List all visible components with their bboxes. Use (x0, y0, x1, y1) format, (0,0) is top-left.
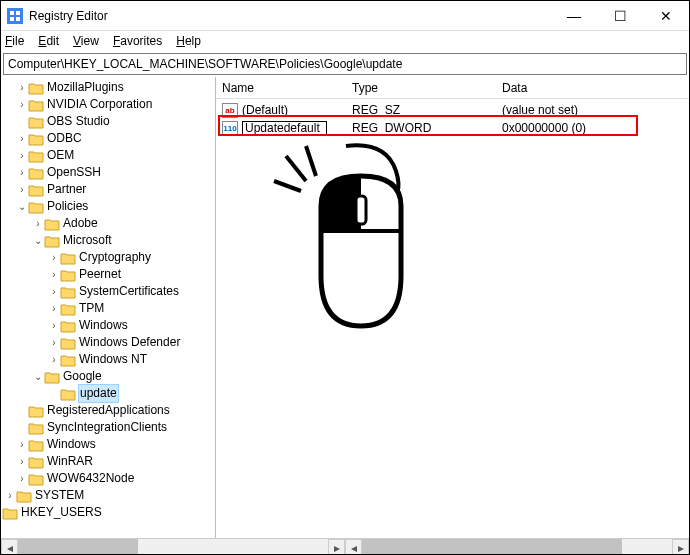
tree-item[interactable]: SyncIntegrationClients (47, 419, 167, 436)
tree-item[interactable]: Microsoft (63, 232, 112, 249)
scroll-left-icon[interactable]: ◂ (345, 539, 362, 555)
folder-icon (28, 183, 44, 197)
folder-icon (16, 489, 32, 503)
folder-icon (2, 506, 18, 520)
folder-icon (28, 200, 44, 214)
tree-item[interactable]: HKEY_USERS (21, 504, 102, 521)
folder-icon (60, 302, 76, 316)
folder-icon (60, 268, 76, 282)
svg-rect-3 (16, 17, 20, 21)
scroll-thumb[interactable] (18, 539, 138, 555)
scroll-thumb[interactable] (362, 539, 622, 555)
folder-icon (28, 81, 44, 95)
value-type: REG_SZ (352, 103, 502, 117)
menu-favorites[interactable]: Favorites (113, 34, 162, 48)
menu-edit[interactable]: Edit (38, 34, 59, 48)
menu-view[interactable]: View (73, 34, 99, 48)
maximize-button[interactable]: ☐ (597, 1, 643, 30)
value-row[interactable]: ab (Default) REG_SZ (value not set) (216, 101, 689, 119)
tree-item[interactable]: ODBC (47, 130, 82, 147)
value-name: (Default) (242, 103, 352, 117)
scroll-right-icon[interactable]: ▸ (328, 539, 345, 555)
menu-file[interactable]: File (5, 34, 24, 48)
folder-icon (44, 217, 60, 231)
folder-icon (60, 353, 76, 367)
horizontal-scrollbar[interactable]: ◂ ▸ ◂ ▸ (1, 538, 689, 555)
tree-item[interactable]: SystemCertificates (79, 283, 179, 300)
minimize-button[interactable]: — (551, 1, 597, 30)
folder-icon (60, 336, 76, 350)
svg-rect-1 (16, 11, 20, 15)
address-text: Computer\HKEY_LOCAL_MACHINE\SOFTWARE\Pol… (8, 57, 402, 71)
folder-icon (28, 455, 44, 469)
folder-icon (60, 387, 76, 401)
string-value-icon: ab (222, 103, 238, 118)
tree-item[interactable]: Windows (79, 317, 128, 334)
tree-item[interactable]: Policies (47, 198, 88, 215)
folder-icon (28, 149, 44, 163)
tree-item[interactable]: Windows (47, 436, 96, 453)
folder-icon (28, 132, 44, 146)
svg-rect-2 (10, 17, 14, 21)
folder-icon (28, 438, 44, 452)
tree-item[interactable]: WOW6432Node (47, 470, 134, 487)
tree-item[interactable]: Google (63, 368, 102, 385)
svg-rect-0 (10, 11, 14, 15)
folder-icon (28, 115, 44, 129)
tree-item[interactable]: Peernet (79, 266, 121, 283)
tree-item[interactable]: NVIDIA Corporation (47, 96, 152, 113)
value-type: REG_DWORD (352, 121, 502, 135)
tree-item[interactable]: Partner (47, 181, 86, 198)
value-data: 0x00000000 (0) (502, 121, 689, 135)
tree-item[interactable]: RegisteredApplications (47, 402, 170, 419)
window-title: Registry Editor (29, 9, 551, 23)
registry-tree[interactable]: ›MozillaPlugins ›NVIDIA Corporation OBS … (1, 77, 216, 538)
tree-item[interactable]: TPM (79, 300, 104, 317)
tree-item[interactable]: WinRAR (47, 453, 93, 470)
folder-icon (60, 319, 76, 333)
tree-item[interactable]: MozillaPlugins (47, 79, 124, 96)
column-type[interactable]: Type (352, 81, 502, 95)
tree-item[interactable]: OBS Studio (47, 113, 110, 130)
tree-item[interactable]: Windows Defender (79, 334, 180, 351)
folder-icon (28, 472, 44, 486)
folder-icon (28, 404, 44, 418)
tree-item[interactable]: Windows NT (79, 351, 147, 368)
menu-bar: File Edit View Favorites Help (1, 31, 689, 51)
tree-item[interactable]: Adobe (63, 215, 98, 232)
folder-icon (44, 234, 60, 248)
tree-item[interactable]: OpenSSH (47, 164, 101, 181)
regedit-icon (7, 8, 23, 24)
value-row-editing[interactable]: 110 Updatedefault REG_DWORD 0x00000000 (… (216, 119, 689, 137)
tree-item[interactable]: Cryptography (79, 249, 151, 266)
folder-icon (60, 251, 76, 265)
column-name[interactable]: Name (222, 81, 352, 95)
values-pane[interactable]: Name Type Data ab (Default) REG_SZ (valu… (216, 77, 689, 538)
folder-icon (28, 98, 44, 112)
address-bar[interactable]: Computer\HKEY_LOCAL_MACHINE\SOFTWARE\Pol… (3, 53, 687, 75)
folder-icon (28, 166, 44, 180)
column-data[interactable]: Data (502, 81, 689, 95)
folder-icon (60, 285, 76, 299)
menu-help[interactable]: Help (176, 34, 201, 48)
value-data: (value not set) (502, 103, 689, 117)
dword-value-icon: 110 (222, 121, 238, 136)
tree-item[interactable]: SYSTEM (35, 487, 84, 504)
scroll-right-icon[interactable]: ▸ (672, 539, 689, 555)
folder-icon (44, 370, 60, 384)
tree-item[interactable]: OEM (47, 147, 74, 164)
scroll-left-icon[interactable]: ◂ (1, 539, 18, 555)
folder-icon (28, 421, 44, 435)
tree-item-selected[interactable]: update (79, 385, 118, 402)
close-button[interactable]: ✕ (643, 1, 689, 30)
value-name-edit[interactable]: Updatedefault (242, 121, 327, 136)
